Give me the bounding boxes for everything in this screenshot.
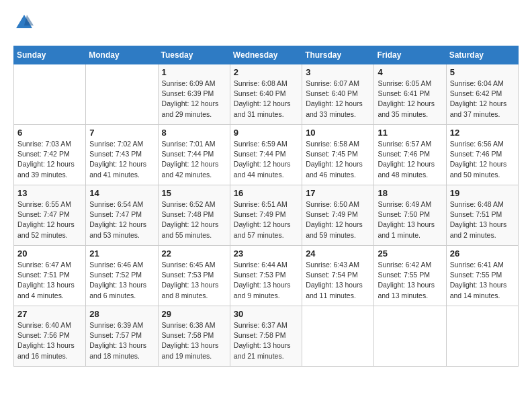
logo: [13, 13, 34, 35]
day-number: 17: [306, 188, 370, 198]
calendar-cell: 21Sunrise: 6:46 AMSunset: 7:52 PMDayligh…: [86, 246, 158, 306]
calendar-cell: [14, 64, 86, 125]
calendar-table: SundayMondayTuesdayWednesdayThursdayFrid…: [13, 46, 519, 367]
day-info: Sunrise: 6:49 AMSunset: 7:50 PMDaylight:…: [378, 199, 442, 240]
column-header-monday: Monday: [86, 46, 158, 64]
day-info: Sunrise: 6:38 AMSunset: 7:58 PMDaylight:…: [162, 320, 226, 361]
calendar-cell: 12Sunrise: 6:56 AMSunset: 7:46 PMDayligh…: [446, 125, 518, 185]
calendar-cell: 29Sunrise: 6:38 AMSunset: 7:58 PMDayligh…: [158, 306, 230, 367]
day-info: Sunrise: 6:46 AMSunset: 7:52 PMDaylight:…: [89, 260, 154, 301]
day-number: 18: [378, 188, 442, 198]
calendar-cell: 28Sunrise: 6:39 AMSunset: 7:57 PMDayligh…: [86, 306, 158, 367]
day-number: 6: [17, 128, 82, 138]
calendar-cell: 30Sunrise: 6:37 AMSunset: 7:58 PMDayligh…: [230, 306, 302, 367]
day-number: 24: [306, 248, 370, 259]
day-info: Sunrise: 6:51 AMSunset: 7:49 PMDaylight:…: [234, 199, 298, 240]
day-info: Sunrise: 6:37 AMSunset: 7:58 PMDaylight:…: [234, 320, 298, 361]
calendar-cell: 18Sunrise: 6:49 AMSunset: 7:50 PMDayligh…: [374, 185, 446, 246]
day-number: 29: [162, 309, 226, 319]
column-header-wednesday: Wednesday: [230, 46, 302, 64]
day-number: 13: [17, 188, 82, 198]
day-number: 2: [234, 67, 298, 77]
day-info: Sunrise: 6:40 AMSunset: 7:56 PMDaylight:…: [17, 320, 82, 361]
day-info: Sunrise: 6:55 AMSunset: 7:47 PMDaylight:…: [17, 199, 82, 240]
day-info: Sunrise: 6:45 AMSunset: 7:53 PMDaylight:…: [162, 260, 226, 301]
calendar-cell: 13Sunrise: 6:55 AMSunset: 7:47 PMDayligh…: [14, 185, 86, 246]
calendar-cell: 2Sunrise: 6:08 AMSunset: 6:40 PMDaylight…: [230, 64, 302, 125]
day-number: 9: [234, 128, 298, 138]
day-number: 15: [162, 188, 226, 198]
calendar-cell: 20Sunrise: 6:47 AMSunset: 7:51 PMDayligh…: [14, 246, 86, 306]
day-info: Sunrise: 6:54 AMSunset: 7:47 PMDaylight:…: [89, 199, 154, 240]
calendar-cell: [302, 306, 374, 367]
column-header-friday: Friday: [374, 46, 446, 64]
calendar-cell: 11Sunrise: 6:57 AMSunset: 7:46 PMDayligh…: [374, 125, 446, 185]
column-header-saturday: Saturday: [446, 46, 518, 64]
day-number: 23: [234, 248, 298, 259]
calendar-cell: 1Sunrise: 6:09 AMSunset: 6:39 PMDaylight…: [158, 64, 230, 125]
day-number: 25: [378, 248, 442, 259]
day-number: 28: [89, 309, 154, 319]
calendar-cell: 15Sunrise: 6:52 AMSunset: 7:48 PMDayligh…: [158, 185, 230, 246]
day-number: 3: [306, 67, 370, 77]
day-number: 5: [450, 67, 515, 77]
day-number: 19: [450, 188, 515, 198]
calendar-cell: 24Sunrise: 6:43 AMSunset: 7:54 PMDayligh…: [302, 246, 374, 306]
day-info: Sunrise: 6:44 AMSunset: 7:53 PMDaylight:…: [234, 260, 298, 301]
calendar-cell: 17Sunrise: 6:50 AMSunset: 7:49 PMDayligh…: [302, 185, 374, 246]
day-number: 10: [306, 128, 370, 138]
day-number: 26: [450, 248, 515, 259]
day-number: 30: [234, 309, 298, 319]
day-info: Sunrise: 7:02 AMSunset: 7:43 PMDaylight:…: [89, 139, 154, 180]
calendar-cell: 5Sunrise: 6:04 AMSunset: 6:42 PMDaylight…: [446, 64, 518, 125]
day-info: Sunrise: 6:41 AMSunset: 7:55 PMDaylight:…: [450, 260, 515, 301]
column-header-tuesday: Tuesday: [158, 46, 230, 64]
day-number: 16: [234, 188, 298, 198]
calendar-cell: [374, 306, 446, 367]
calendar-cell: 23Sunrise: 6:44 AMSunset: 7:53 PMDayligh…: [230, 246, 302, 306]
day-info: Sunrise: 6:05 AMSunset: 6:41 PMDaylight:…: [378, 79, 442, 120]
day-info: Sunrise: 6:59 AMSunset: 7:44 PMDaylight:…: [234, 139, 298, 180]
calendar-cell: [446, 306, 518, 367]
day-info: Sunrise: 6:47 AMSunset: 7:51 PMDaylight:…: [17, 260, 82, 301]
day-info: Sunrise: 6:56 AMSunset: 7:46 PMDaylight:…: [450, 139, 515, 180]
day-number: 11: [378, 128, 442, 138]
day-info: Sunrise: 6:58 AMSunset: 7:45 PMDaylight:…: [306, 139, 370, 180]
calendar-cell: 26Sunrise: 6:41 AMSunset: 7:55 PMDayligh…: [446, 246, 518, 306]
calendar-cell: [86, 64, 158, 125]
svg-marker-1: [24, 15, 34, 26]
day-info: Sunrise: 6:09 AMSunset: 6:39 PMDaylight:…: [162, 79, 226, 120]
calendar-cell: 3Sunrise: 6:07 AMSunset: 6:40 PMDaylight…: [302, 64, 374, 125]
day-info: Sunrise: 6:43 AMSunset: 7:54 PMDaylight:…: [306, 260, 370, 301]
calendar-cell: 25Sunrise: 6:42 AMSunset: 7:55 PMDayligh…: [374, 246, 446, 306]
day-info: Sunrise: 6:08 AMSunset: 6:40 PMDaylight:…: [234, 79, 298, 120]
logo-icon: [15, 13, 34, 32]
day-info: Sunrise: 6:52 AMSunset: 7:48 PMDaylight:…: [162, 199, 226, 240]
day-number: 20: [17, 248, 82, 259]
calendar-cell: 22Sunrise: 6:45 AMSunset: 7:53 PMDayligh…: [158, 246, 230, 306]
calendar-cell: 14Sunrise: 6:54 AMSunset: 7:47 PMDayligh…: [86, 185, 158, 246]
day-number: 22: [162, 248, 226, 259]
calendar-cell: 8Sunrise: 7:01 AMSunset: 7:44 PMDaylight…: [158, 125, 230, 185]
column-header-thursday: Thursday: [302, 46, 374, 64]
day-number: 8: [162, 128, 226, 138]
calendar-cell: 9Sunrise: 6:59 AMSunset: 7:44 PMDaylight…: [230, 125, 302, 185]
day-info: Sunrise: 6:07 AMSunset: 6:40 PMDaylight:…: [306, 79, 370, 120]
day-info: Sunrise: 6:39 AMSunset: 7:57 PMDaylight:…: [89, 320, 154, 361]
day-info: Sunrise: 6:57 AMSunset: 7:46 PMDaylight:…: [378, 139, 442, 180]
day-number: 14: [89, 188, 154, 198]
day-number: 7: [89, 128, 154, 138]
calendar-cell: 19Sunrise: 6:48 AMSunset: 7:51 PMDayligh…: [446, 185, 518, 246]
calendar-cell: 10Sunrise: 6:58 AMSunset: 7:45 PMDayligh…: [302, 125, 374, 185]
day-info: Sunrise: 6:42 AMSunset: 7:55 PMDaylight:…: [378, 260, 442, 301]
day-number: 27: [17, 309, 82, 319]
calendar-cell: 4Sunrise: 6:05 AMSunset: 6:41 PMDaylight…: [374, 64, 446, 125]
day-info: Sunrise: 6:50 AMSunset: 7:49 PMDaylight:…: [306, 199, 370, 240]
day-number: 1: [162, 67, 226, 77]
day-info: Sunrise: 7:01 AMSunset: 7:44 PMDaylight:…: [162, 139, 226, 180]
calendar-cell: 16Sunrise: 6:51 AMSunset: 7:49 PMDayligh…: [230, 185, 302, 246]
calendar-cell: 7Sunrise: 7:02 AMSunset: 7:43 PMDaylight…: [86, 125, 158, 185]
page-header: [13, 13, 519, 35]
calendar-cell: 6Sunrise: 7:03 AMSunset: 7:42 PMDaylight…: [14, 125, 86, 185]
day-number: 12: [450, 128, 515, 138]
